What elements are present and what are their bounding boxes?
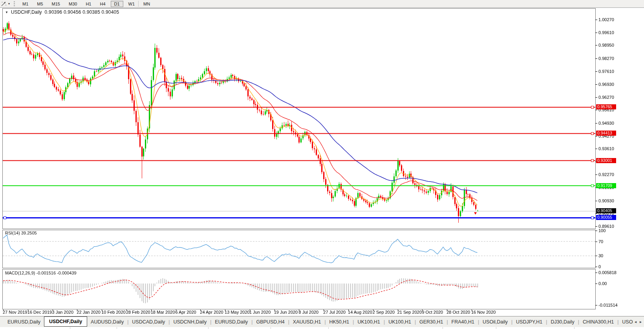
date-axis-label: 27 Nov 2019 bbox=[3, 310, 27, 314]
symbol-tab-china300-h1[interactable]: CHINA300,H1 bbox=[579, 318, 617, 326]
chart-symbol-label: USDCHF,Daily bbox=[11, 9, 42, 15]
timeframe-button-m15[interactable]: M15 bbox=[48, 1, 64, 7]
hline-price-badge: 0.94413 bbox=[596, 131, 616, 136]
price-axis-tick-label: 0.90930 bbox=[598, 198, 614, 203]
date-axis-label: 10 Feb 2020 bbox=[101, 310, 126, 314]
panel-column-divider bbox=[496, 327, 496, 329]
symbol-tab-usdchf-daily[interactable]: USDCHF,Daily bbox=[44, 316, 87, 327]
hline-price-badge: 0.93001 bbox=[596, 158, 616, 163]
date-axis-label: 8 Jul 2020 bbox=[298, 310, 318, 314]
date-axis-label: 14 Aug 2020 bbox=[348, 310, 372, 314]
timeframe-button-h4[interactable]: H4 bbox=[96, 1, 109, 7]
rsi-axis-tick-label: 70 bbox=[598, 239, 603, 244]
date-axis-label: 13 May 2020 bbox=[225, 310, 250, 314]
price-chart-canvas[interactable] bbox=[0, 0, 644, 329]
date-axis-label: 21 Sep 2020 bbox=[397, 310, 422, 314]
price-axis-tick-label: 1.00270 bbox=[598, 17, 614, 22]
crosshair-tool-button[interactable]: ▾ bbox=[0, 0, 11, 7]
date-axis-label: 2 Sep 2020 bbox=[373, 310, 395, 314]
timeframe-button-m1[interactable]: M1 bbox=[19, 1, 32, 7]
panel-column-divider bbox=[443, 327, 443, 329]
current-price-badge: 0.90405 bbox=[596, 208, 616, 213]
price-axis-tick-label: 0.98270 bbox=[598, 56, 614, 61]
date-axis-label: 6 Apr 2020 bbox=[176, 310, 196, 314]
price-axis-tick-label: 0.98950 bbox=[598, 43, 614, 47]
timeframe-button-d1[interactable]: D1 bbox=[111, 1, 123, 7]
rsi-indicator-label: RSI(14) 39.2505 bbox=[5, 231, 37, 235]
price-axis-tick-label: 0.99610 bbox=[598, 30, 614, 35]
panel-column-divider bbox=[328, 327, 329, 329]
timeframe-toolbar: ▾ M1M5M15M30H1H4D1W1MN bbox=[0, 0, 644, 8]
symbol-tab-usdcnh-daily[interactable]: USDCNH,Daily bbox=[170, 318, 210, 326]
symbol-tab-hk50-h1[interactable]: HK50,H1 bbox=[326, 318, 353, 326]
symbol-tab-eurusd-daily[interactable]: EURUSD,Daily bbox=[211, 318, 251, 326]
symbol-tab-usdjpy-h1[interactable]: USDJPY,H1 bbox=[512, 318, 546, 326]
trading-platform-window: ▾ M1M5M15M30H1H4D1W1MN ▼ USDCHF,Daily 0.… bbox=[0, 0, 644, 329]
symbol-tab-gbpusd-h4[interactable]: GBPUSD,H4 bbox=[252, 318, 288, 326]
timeframe-button-h1[interactable]: H1 bbox=[82, 1, 95, 7]
price-axis-tick-label: 0.97610 bbox=[598, 69, 614, 74]
date-axis-label: 9 Oct 2020 bbox=[422, 310, 443, 314]
price-axis-tick-label: 0.96270 bbox=[598, 95, 614, 100]
panel-column-divider bbox=[208, 327, 209, 329]
date-axis-label: 22 Jan 2020 bbox=[77, 310, 101, 314]
panel-column-divider bbox=[574, 327, 574, 329]
macd-indicator-label: MACD(12,26,9) -0.001516 -0.000439 bbox=[5, 271, 77, 275]
rsi-axis-tick-label: 100 bbox=[598, 228, 606, 233]
toolbar-separator bbox=[138, 1, 139, 7]
symbol-tab-usdcad-daily[interactable]: USDCAD,Daily bbox=[128, 318, 168, 326]
symbol-tab-audusd-daily[interactable]: AUDUSD,Daily bbox=[87, 318, 127, 326]
date-axis-label: 27 Jul 2020 bbox=[323, 310, 346, 314]
timeframe-buttons-group: M1M5M15M30H1H4D1W1MN bbox=[18, 1, 154, 7]
tab-scroll-right-button[interactable]: ▸ bbox=[640, 320, 642, 324]
macd-axis-tick-label: -0.011514 bbox=[598, 303, 618, 307]
hline-price-badge: 0.90055 bbox=[596, 215, 616, 220]
crosshair-icon bbox=[1, 1, 7, 7]
rsi-axis-tick-label: 30 bbox=[598, 253, 603, 258]
symbol-tab-fra40-h1[interactable]: FRA40,H1 bbox=[448, 318, 478, 326]
chart-ohlc-values: 0.90396 0.90456 0.90385 0.90405 bbox=[45, 9, 119, 15]
symbol-tab-uk100-h1[interactable]: UK100,H1 bbox=[385, 318, 415, 326]
symbol-tab-usoil-h1[interactable]: USOil,H1 bbox=[618, 318, 633, 326]
date-axis-label: 19 Jun 2020 bbox=[274, 310, 298, 314]
tab-scroll-left-button[interactable]: ◂ bbox=[635, 320, 637, 324]
date-axis-label: 16 Nov 2020 bbox=[471, 310, 496, 314]
macd-axis-tick-label: 0.005818 bbox=[598, 270, 617, 275]
price-axis-tick-label: 0.93610 bbox=[598, 146, 614, 151]
price-axis-tick-label: 0.96930 bbox=[598, 82, 614, 87]
date-axis-label: 24 Apr 2020 bbox=[200, 310, 223, 314]
chart-header: ▼ USDCHF,Daily 0.90396 0.90456 0.90385 0… bbox=[5, 9, 119, 15]
symbol-tab-usoil-daily[interactable]: USOil,Daily bbox=[479, 318, 511, 326]
panel-column-divider bbox=[117, 327, 117, 329]
symbol-tab-eurusd-daily[interactable]: EURUSD,Daily bbox=[4, 318, 44, 326]
timeframe-button-m30[interactable]: M30 bbox=[65, 1, 80, 7]
hline-price-badge: 0.91709 bbox=[596, 183, 616, 188]
chart-collapse-icon[interactable]: ▼ bbox=[5, 11, 8, 14]
symbol-tab-uk100-h1[interactable]: UK100,H1 bbox=[354, 318, 384, 326]
hline-price-badge: 0.95765 bbox=[596, 104, 616, 109]
symbol-tab-dj30-daily[interactable]: DJ30,Daily bbox=[547, 318, 578, 326]
toolbar-grip[interactable] bbox=[14, 1, 15, 6]
timeframe-button-w1[interactable]: W1 bbox=[125, 1, 139, 7]
date-axis-label: 28 Feb 2020 bbox=[126, 310, 150, 314]
date-axis-label: 16 Dec 2019 bbox=[27, 310, 52, 314]
panel-column-divider bbox=[70, 327, 70, 329]
timeframe-button-mn[interactable]: MN bbox=[140, 1, 154, 7]
dropdown-caret-icon: ▾ bbox=[8, 2, 10, 5]
bottom-divider-strip bbox=[0, 327, 644, 329]
date-axis-label: 1 Jun 2020 bbox=[249, 310, 271, 314]
panel-column-divider bbox=[271, 327, 271, 329]
chart-tabs: EURUSD,DailyUSDCHF,DailyAUDUSD,Daily|USD… bbox=[4, 316, 633, 327]
price-axis-tick-label: 0.92270 bbox=[598, 172, 614, 177]
rsi-axis-tick-label: 0 bbox=[598, 264, 601, 269]
date-axis-label: 28 Oct 2020 bbox=[446, 310, 470, 314]
chart-tabbar: EURUSD,DailyUSDCHF,DailyAUDUSD,Daily|USD… bbox=[0, 316, 644, 327]
macd-axis-tick-label: 0.00 bbox=[598, 281, 607, 286]
timeframe-button-m5[interactable]: M5 bbox=[33, 1, 46, 7]
symbol-tab-xauusd-h1[interactable]: XAUUSD,H1 bbox=[289, 318, 325, 326]
tab-scroll-arrows: ◂ ▸ bbox=[633, 320, 644, 324]
date-axis-label: 18 Mar 2020 bbox=[151, 310, 175, 314]
symbol-tab-ger30-h1[interactable]: GER30,H1 bbox=[416, 318, 446, 326]
date-axis-label: 3 Jan 2020 bbox=[52, 310, 73, 314]
price-axis-tick-label: 0.94930 bbox=[598, 121, 614, 125]
